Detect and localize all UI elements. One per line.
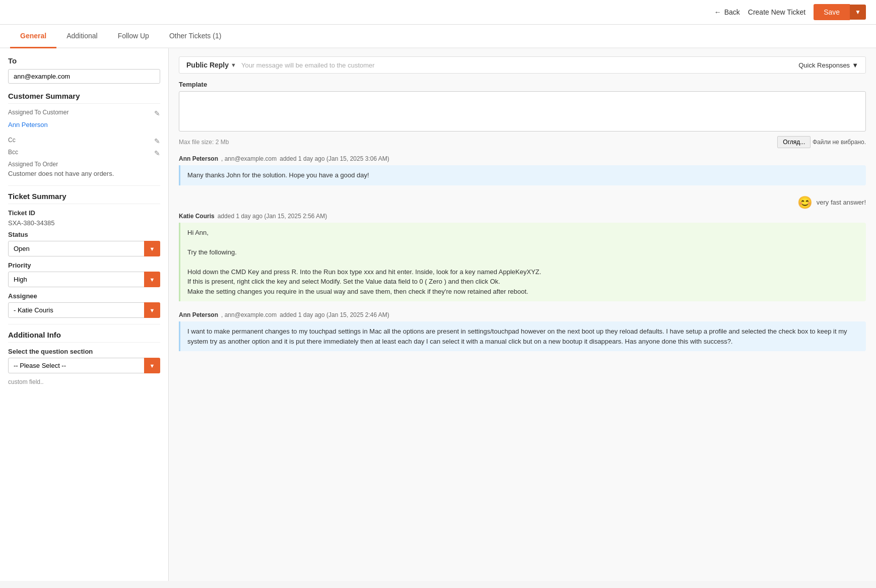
assigned-to-customer-label: Assigned To Customer — [8, 109, 69, 116]
priority-select-wrapper: High Medium Low ▼ — [8, 272, 160, 287]
message-bubble-3: I want to make permanent changes to my t… — [179, 321, 866, 351]
template-label: Template — [179, 81, 866, 88]
reply-type-label: Public Reply — [186, 61, 229, 69]
quick-responses-button[interactable]: Quick Responses ▼ — [798, 61, 858, 69]
status-select[interactable]: Open Closed Pending — [8, 241, 160, 256]
save-btn-group: Save ▼ — [814, 4, 866, 20]
question-select-wrapper: -- Please Select -- ▼ — [8, 358, 160, 373]
divider-2 — [8, 324, 160, 324]
divider-1 — [8, 185, 160, 186]
assigned-to-customer-section: Assigned To Customer ✎ Ann Peterson — [8, 109, 160, 128]
left-panel: To Customer Summary Assigned To Customer… — [0, 48, 169, 581]
right-panel: Public Reply ▼ Your message will be emai… — [169, 48, 876, 581]
save-label: Save — [824, 8, 840, 16]
max-file-size: Max file size: 2 Mb — [179, 139, 229, 146]
reaction-emoji-2: 😊 — [797, 195, 813, 210]
back-label: Back — [724, 8, 740, 16]
main-layout: To Customer Summary Assigned To Customer… — [0, 48, 876, 581]
message-meta-1: Ann Peterson , ann@example.com added 1 d… — [179, 155, 866, 162]
file-browse-button[interactable]: Огляд... — [777, 136, 811, 148]
create-ticket-label: Create New Ticket — [748, 8, 805, 16]
message-author-2: Katie Couris — [179, 213, 215, 220]
message-entry-3: Ann Peterson , ann@example.com added 1 d… — [179, 311, 866, 351]
file-browse-label: Огляд... — [783, 139, 805, 146]
reaction-text-2: very fast answer! — [817, 199, 866, 206]
cc-edit-icon[interactable]: ✎ — [154, 137, 160, 145]
message-email-3: , ann@example.com — [221, 311, 277, 318]
reply-type-selector[interactable]: Public Reply ▼ — [186, 61, 236, 69]
quick-responses-arrow-icon: ▼ — [852, 61, 858, 69]
back-button[interactable]: ← Back — [714, 8, 740, 16]
custom-field-label: custom field.. — [8, 378, 160, 385]
assigned-to-order-section: Assigned To Order Customer does not have… — [8, 161, 160, 177]
ticket-summary-title: Ticket Summary — [8, 192, 160, 204]
message-timestamp-1: added 1 day ago (Jan 15, 2025 3:06 AM) — [280, 155, 389, 162]
select-question-label: Select the question section — [8, 348, 160, 355]
tab-additional[interactable]: Additional — [56, 25, 108, 48]
ticket-id-value: SXA-380-34385 — [8, 219, 160, 227]
message-meta-2: Katie Couris added 1 day ago (Jan 15, 20… — [179, 213, 866, 220]
status-label: Status — [8, 231, 160, 238]
priority-label: Priority — [8, 262, 160, 269]
save-dropdown-button[interactable]: ▼ — [850, 5, 866, 20]
message-entry-1: Ann Peterson , ann@example.com added 1 d… — [179, 155, 866, 185]
cc-row: Cc ✎ — [8, 137, 160, 146]
message-bubble-2: Hi Ann, Try the following. Hold down the… — [179, 223, 866, 302]
additional-info-title: Additional Info — [8, 331, 160, 343]
message-timestamp-3: added 1 day ago (Jan 15, 2025 2:46 AM) — [280, 311, 389, 318]
tab-other-tickets[interactable]: Other Tickets (1) — [159, 25, 231, 48]
reply-type-arrow-icon: ▼ — [231, 62, 236, 68]
assigned-to-order-label: Assigned To Order — [8, 161, 160, 168]
assigned-to-order-value: Customer does not have any orders. — [8, 170, 160, 177]
message-entry-2: 😊 very fast answer! Katie Couris added 1… — [179, 195, 866, 302]
status-select-wrapper: Open Closed Pending ▼ — [8, 241, 160, 256]
save-button[interactable]: Save — [814, 4, 850, 20]
ticket-id-label: Ticket ID — [8, 209, 160, 217]
quick-responses-label: Quick Responses — [798, 61, 850, 69]
assignee-label: Assignee — [8, 292, 160, 300]
customer-summary-title: Customer Summary — [8, 92, 160, 104]
reply-placeholder: Your message will be emailed to the cust… — [241, 61, 793, 69]
assignee-select[interactable]: - Katie Couris Unassigned — [8, 302, 160, 318]
question-select[interactable]: -- Please Select -- — [8, 358, 160, 373]
message-timestamp-2: added 1 day ago (Jan 15, 2025 2:56 AM) — [218, 213, 327, 220]
message-author-3: Ann Peterson — [179, 311, 218, 318]
top-bar: ← Back Create New Ticket Save ▼ — [0, 0, 876, 25]
assigned-to-customer-value[interactable]: Ann Peterson — [8, 121, 160, 128]
priority-select[interactable]: High Medium Low — [8, 272, 160, 287]
tab-general[interactable]: General — [10, 25, 56, 48]
assigned-to-customer-edit-icon[interactable]: ✎ — [154, 109, 160, 117]
message-bubble-1: Many thanks John for the solution. Hope … — [179, 165, 866, 185]
tab-bar: General Additional Follow Up Other Ticke… — [0, 25, 876, 48]
file-none-selected-label: Файли не вибрано. — [813, 139, 866, 146]
cc-label: Cc — [8, 137, 16, 144]
message-author-1: Ann Peterson — [179, 155, 218, 162]
back-arrow-icon: ← — [714, 8, 721, 16]
to-email-input[interactable] — [8, 69, 160, 84]
reply-bar: Public Reply ▼ Your message will be emai… — [179, 56, 866, 74]
bcc-edit-icon[interactable]: ✎ — [154, 149, 160, 157]
to-label: To — [8, 56, 160, 65]
file-input-group: Огляд... Файли не вибрано. — [777, 136, 866, 148]
reaction-row-2: 😊 very fast answer! — [179, 195, 866, 210]
tab-followup[interactable]: Follow Up — [108, 25, 159, 48]
bcc-label: Bcc — [8, 149, 18, 156]
file-row: Max file size: 2 Mb Огляд... Файли не ви… — [179, 136, 866, 148]
create-ticket-button[interactable]: Create New Ticket — [748, 8, 805, 16]
assignee-select-wrapper: - Katie Couris Unassigned ▼ — [8, 302, 160, 318]
message-email-1: , ann@example.com — [221, 155, 277, 162]
message-meta-3: Ann Peterson , ann@example.com added 1 d… — [179, 311, 866, 318]
template-textarea[interactable] — [179, 91, 866, 132]
bcc-row: Bcc ✎ — [8, 149, 160, 158]
